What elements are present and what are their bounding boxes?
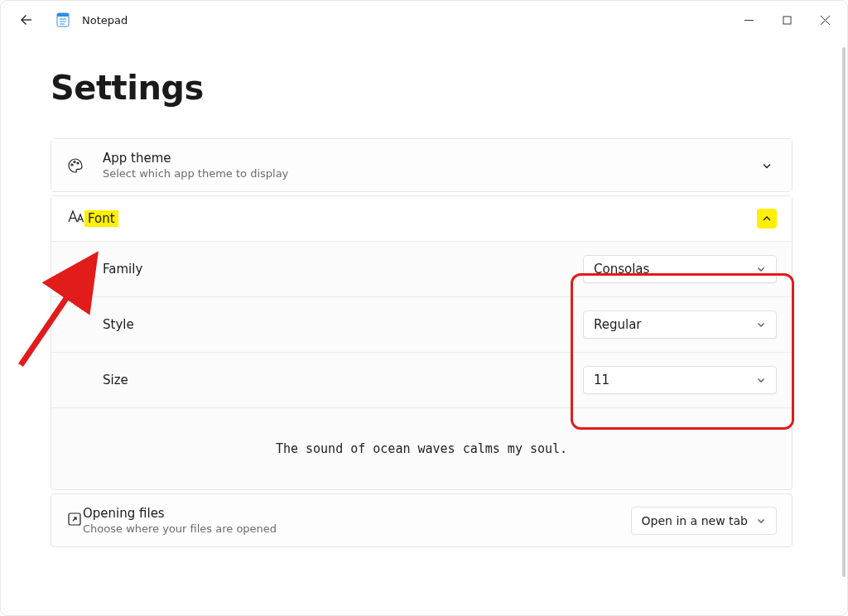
open-file-icon [66,511,83,531]
opening-files-subtitle: Choose where your files are opened [83,522,277,535]
content-area: Settings App theme Select which app them… [1,39,847,615]
opening-files-title: Opening files [83,506,277,521]
minimize-button[interactable] [730,7,768,33]
app-theme-chevron[interactable] [757,156,777,176]
maximize-icon [783,16,792,25]
font-size-label: Size [103,373,128,387]
svg-point-11 [77,162,79,164]
opening-files-dropdown[interactable]: Open in a new tab [631,507,777,535]
chevron-down-icon [761,160,773,171]
opening-files-card: Opening files Choose where your files ar… [51,493,793,547]
minimize-icon [744,16,754,25]
window-controls [730,7,844,33]
svg-rect-1 [57,13,69,17]
app-title: Notepad [82,14,128,26]
maximize-button[interactable] [768,7,806,33]
app-theme-subtitle: Select which app theme to display [103,167,288,180]
chevron-down-icon [756,320,766,330]
font-family-row: Family Consolas [51,242,792,297]
page-title: Settings [51,69,793,107]
palette-icon [66,156,84,175]
opening-files-value: Open in a new tab [642,514,748,527]
font-preview: The sound of ocean waves calms my soul. [51,408,792,489]
opening-files-text: Opening files Choose where your files ar… [83,506,277,535]
back-arrow-icon [20,13,33,26]
close-icon [821,16,830,25]
chevron-down-icon [756,264,766,274]
notepad-app-icon [55,12,70,27]
font-style-dropdown[interactable]: Regular [583,310,777,339]
font-family-dropdown[interactable]: Consolas [583,255,777,283]
font-size-row: Size 11 [51,353,792,408]
svg-point-10 [74,161,75,162]
app-window: Notepad Settings [0,0,848,616]
font-style-label: Style [103,317,134,332]
chevron-up-icon [761,213,773,224]
font-size-value: 11 [594,373,610,387]
app-theme-card[interactable]: App theme Select which app theme to disp… [51,138,793,192]
font-family-label: Family [103,262,142,277]
close-button[interactable] [806,7,844,33]
back-button[interactable] [12,6,41,34]
font-style-row: Style Regular [51,297,792,353]
chevron-down-icon [756,375,766,385]
font-family-value: Consolas [594,262,649,277]
titlebar: Notepad [1,1,847,39]
font-style-value: Regular [594,317,642,332]
app-theme-text: App theme Select which app theme to disp… [103,151,288,180]
opening-files-header: Opening files Choose where your files ar… [51,494,792,546]
font-icon [66,208,84,229]
font-size-dropdown[interactable]: 11 [583,366,777,394]
svg-rect-6 [783,17,791,24]
font-chevron[interactable] [757,209,777,229]
font-card: Font Family Consolas Style Regular [51,195,793,490]
app-theme-title: App theme [103,151,288,166]
font-header[interactable]: Font [51,196,792,242]
chevron-down-icon [756,516,766,526]
app-theme-header[interactable]: App theme Select which app theme to disp… [51,139,792,191]
svg-point-9 [71,164,73,166]
font-title: Font [84,210,118,227]
